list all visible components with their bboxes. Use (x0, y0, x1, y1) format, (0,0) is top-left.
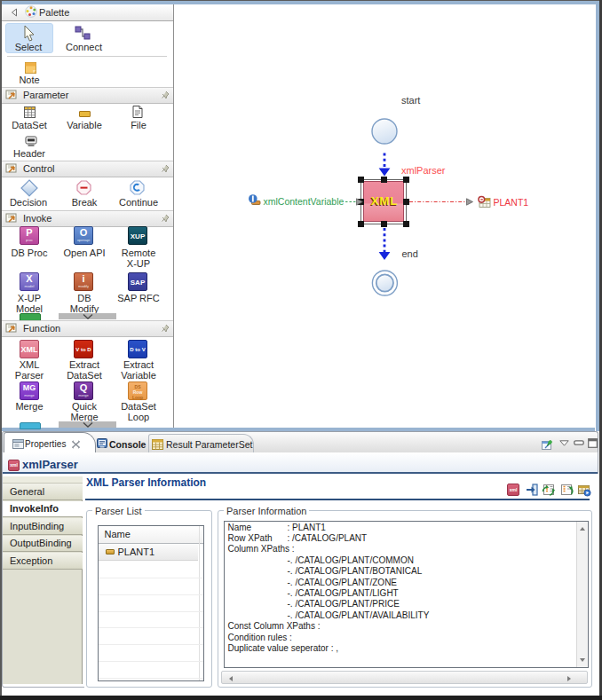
svg-text:XML: XML (371, 194, 398, 208)
